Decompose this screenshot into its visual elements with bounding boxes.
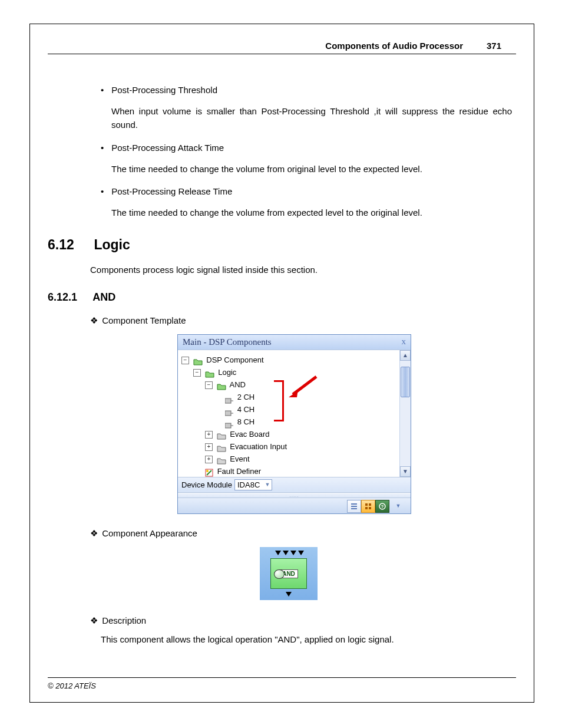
port-icon <box>298 551 304 555</box>
view-list-button[interactable] <box>347 500 361 513</box>
expand-icon[interactable]: + <box>205 443 213 451</box>
collapse-icon[interactable]: − <box>193 369 201 377</box>
port-icon <box>275 551 281 555</box>
footer-copyright: © 2012 ATEÏS <box>48 677 516 690</box>
scroll-track[interactable] <box>400 361 411 466</box>
bullet-title: Post-Processing Threshold <box>111 85 512 95</box>
svg-rect-5 <box>365 503 368 506</box>
tree-label: Fault Definer <box>217 467 261 476</box>
input-ports <box>275 551 304 555</box>
header-page-number: 371 <box>487 41 501 51</box>
description-body: This component allows the logical operat… <box>101 634 516 644</box>
tree-label: 2 CH <box>237 393 255 401</box>
tree-label: 8 CH <box>237 417 255 426</box>
content-area: • Post-Processing Threshold When input v… <box>48 74 516 644</box>
channel-icon <box>225 407 233 413</box>
header-rule <box>48 54 516 54</box>
device-module-label: Device Module <box>181 480 232 489</box>
label-text: Description <box>102 615 146 625</box>
device-module-dropdown[interactable]: IDA8C ▼ <box>234 479 272 490</box>
folder-icon <box>217 431 226 439</box>
bullet-icon: • <box>101 186 109 196</box>
chevron-down-icon: ▼ <box>265 482 270 487</box>
section-title: Logic <box>94 237 130 252</box>
tree-node-4ch[interactable]: 4 CH <box>181 403 287 416</box>
folder-icon <box>217 456 226 463</box>
dropdown-value: IDA8C <box>237 480 260 489</box>
svg-rect-0 <box>225 398 231 403</box>
tree-node-root[interactable]: − DSP Component <box>181 354 287 366</box>
panel-statusbar: ? ▼ <box>178 498 411 513</box>
component-appearance-figure: 1 2 3 4 AND <box>260 547 318 600</box>
tree-node-fault-definer[interactable]: Fault Definer <box>181 465 287 477</box>
subsection-heading: 6.12.1 AND <box>48 291 516 304</box>
tree-node-event[interactable]: + Event <box>181 453 287 465</box>
dsp-panel-container: Main - DSP Components x − DSP Component … <box>177 334 516 514</box>
section-heading: 6.12 Logic <box>48 237 516 253</box>
tree-node-evac-input[interactable]: + Evacuation Input <box>181 440 287 453</box>
tree-node-logic[interactable]: − Logic <box>181 366 287 378</box>
collapse-icon[interactable]: − <box>205 381 213 389</box>
component-template-label: ❖ Component Template <box>90 315 516 326</box>
channel-icon <box>225 420 233 426</box>
fault-icon <box>205 468 213 476</box>
chevron-down-icon: ▼ <box>396 503 401 509</box>
svg-rect-2 <box>225 423 231 428</box>
scroll-up-button[interactable]: ▲ <box>400 350 411 361</box>
tree-node-2ch[interactable]: 2 CH <box>181 391 287 403</box>
tree-node-8ch[interactable]: 8 CH <box>181 416 287 428</box>
folder-icon <box>217 443 226 451</box>
section-description: Components process logic signal listed i… <box>90 265 516 275</box>
tree-node-and[interactable]: − AND <box>181 378 287 391</box>
diamond-icon: ❖ <box>90 315 100 326</box>
bullet-item: • Post-Processing Release Time <box>101 186 516 196</box>
bullet-description: The time needed to change the volume fro… <box>111 206 512 219</box>
dsp-components-panel: Main - DSP Components x − DSP Component … <box>177 334 411 514</box>
tree-node-evac-board[interactable]: + Evac Board <box>181 428 287 440</box>
channel-icon <box>225 395 233 401</box>
scroll-down-button[interactable]: ▼ <box>400 466 411 477</box>
view-help-button[interactable]: ? <box>375 500 389 513</box>
bullet-icon: • <box>101 143 109 153</box>
description-label: ❖ Description <box>90 615 516 626</box>
bullet-description: When input volume is smaller than Post-P… <box>111 104 512 132</box>
and-gate-body: AND <box>270 558 307 589</box>
svg-point-4 <box>206 470 209 472</box>
bullet-icon: • <box>101 85 109 95</box>
svg-rect-7 <box>365 507 368 509</box>
view-icons-button[interactable] <box>361 500 375 513</box>
collapse-icon[interactable]: − <box>181 357 189 364</box>
bullet-item: • Post-Processing Threshold <box>101 85 516 95</box>
bullet-item: • Post-Processing Attack Time <box>101 143 516 153</box>
svg-text:?: ? <box>381 504 384 509</box>
red-arrow-icon <box>284 374 319 403</box>
port-icon <box>290 551 296 555</box>
gate-icon <box>274 569 285 579</box>
panel-titlebar[interactable]: Main - DSP Components x <box>178 335 411 350</box>
and-component-block: 1 2 3 4 AND <box>260 547 318 600</box>
label-text: Component Template <box>102 315 186 325</box>
tree-label: Event <box>230 454 249 463</box>
folder-open-icon <box>217 381 226 389</box>
subsection-title: AND <box>92 291 115 303</box>
vertical-scrollbar[interactable]: ▲ ▼ <box>399 350 411 477</box>
resize-grip[interactable]: ..... <box>178 492 411 498</box>
svg-rect-1 <box>225 411 231 416</box>
close-icon[interactable]: x <box>402 337 406 347</box>
tree-label: AND <box>230 380 246 389</box>
expand-icon[interactable]: + <box>205 456 213 463</box>
port-icon <box>286 592 292 597</box>
bullet-title: Post-Processing Release Time <box>111 186 512 196</box>
bullet-title: Post-Processing Attack Time <box>111 143 512 153</box>
expand-icon[interactable]: + <box>205 431 213 439</box>
tree-label: Evacuation Input <box>230 442 287 451</box>
view-more-button[interactable]: ▼ <box>393 500 404 512</box>
subsection-number: 6.12.1 <box>48 291 90 304</box>
svg-rect-8 <box>369 507 371 509</box>
component-appearance-label: ❖ Component Appearance <box>90 528 516 539</box>
tree-label: Evac Board <box>230 430 269 439</box>
tree-label: DSP Component <box>206 355 263 364</box>
scroll-thumb[interactable] <box>401 367 410 397</box>
port-icon <box>283 551 289 555</box>
label-text: Component Appearance <box>102 528 197 538</box>
